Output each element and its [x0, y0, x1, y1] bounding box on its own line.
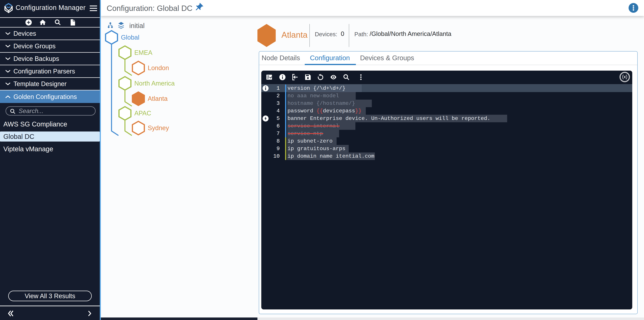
svg-text:North America: North America [134, 80, 175, 87]
svg-text:APAC: APAC [134, 110, 151, 117]
svg-text:London: London [148, 64, 169, 72]
svg-text:EMEA: EMEA [134, 49, 152, 56]
svg-text:initial: initial [129, 22, 144, 29]
svg-text:Sydney: Sydney [148, 124, 169, 132]
svg-text:Atlanta: Atlanta [148, 95, 168, 102]
svg-text:Global: Global [121, 34, 139, 41]
